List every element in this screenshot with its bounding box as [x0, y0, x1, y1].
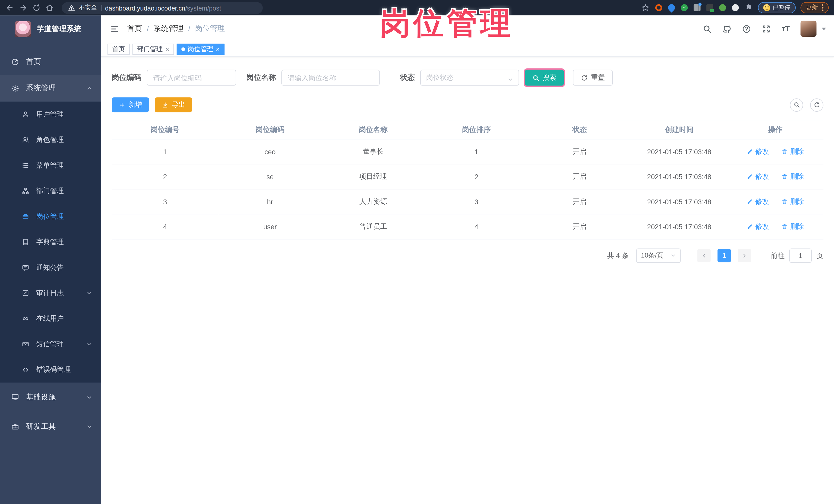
- close-icon[interactable]: ×: [216, 46, 220, 52]
- profile-paused-chip[interactable]: 已暂停: [758, 2, 796, 13]
- breadcrumb-separator: /: [147, 24, 149, 33]
- breadcrumb-home[interactable]: 首页: [127, 24, 142, 34]
- delete-link[interactable]: 删除: [782, 197, 804, 206]
- search-icon[interactable]: [702, 24, 711, 34]
- sidebar-item-部门管理[interactable]: 部门管理: [0, 178, 101, 204]
- extension-green-check[interactable]: [680, 4, 688, 12]
- cell-post-code: user: [218, 214, 322, 239]
- toggle-search-icon[interactable]: [790, 98, 803, 111]
- menu-item-label: 菜单管理: [36, 161, 64, 170]
- tab-label: 岗位管理: [188, 45, 213, 54]
- prev-page-button[interactable]: [698, 249, 711, 262]
- search-button[interactable]: 搜索: [525, 70, 564, 86]
- github-icon[interactable]: [722, 24, 731, 34]
- sidebar-item-用户管理[interactable]: 用户管理: [0, 102, 101, 127]
- forward-icon[interactable]: [19, 3, 28, 12]
- edit-link[interactable]: 修改: [747, 172, 769, 181]
- bookmark-star-icon[interactable]: [641, 3, 650, 12]
- cell-post-sort: 1: [425, 139, 528, 164]
- app-logo[interactable]: 芋道管理系统: [0, 16, 101, 43]
- goto-page-input[interactable]: [789, 248, 812, 263]
- sidebar-item-系统管理[interactable]: 系统管理: [0, 75, 101, 102]
- extension-puzzle[interactable]: [731, 4, 739, 12]
- trash-icon: [782, 174, 788, 180]
- security-label: 不安全: [79, 4, 97, 12]
- help-question-icon[interactable]: [742, 24, 751, 34]
- avatar: [800, 21, 816, 37]
- home-icon[interactable]: [45, 3, 54, 12]
- sidebar-item-岗位管理[interactable]: 岗位管理: [0, 204, 101, 229]
- export-button[interactable]: 导出: [155, 97, 192, 112]
- close-icon[interactable]: ×: [165, 46, 169, 52]
- edit-link[interactable]: 修改: [747, 147, 769, 156]
- user-menu[interactable]: [800, 21, 826, 37]
- font-size-icon[interactable]: тT: [781, 24, 790, 34]
- breadcrumb-system[interactable]: 系统管理: [154, 24, 183, 34]
- audit-icon: [22, 289, 29, 297]
- tools-icon: [11, 422, 19, 430]
- sidebar-item-基础设施[interactable]: 基础设施: [0, 382, 101, 412]
- sidebar-item-首页[interactable]: 首页: [0, 48, 101, 75]
- tab-岗位管理[interactable]: 岗位管理 ×: [177, 44, 225, 55]
- reset-button[interactable]: 重置: [573, 70, 613, 86]
- extension-green-dot[interactable]: [719, 4, 726, 12]
- table-row: 1 ceo 董事长 1 开启 2021-01-05 17:03:48 修改 删除: [112, 139, 823, 164]
- add-button[interactable]: 新增: [112, 97, 149, 112]
- sidebar-item-字典管理[interactable]: 字典管理: [0, 229, 101, 255]
- sidebar-item-角色管理[interactable]: 角色管理: [0, 127, 101, 153]
- tab-首页[interactable]: 首页: [108, 44, 130, 55]
- extensions-puzzle-icon[interactable]: [744, 3, 753, 12]
- hamburger-icon[interactable]: [110, 25, 119, 32]
- sidebar-item-短信管理[interactable]: 短信管理: [0, 331, 101, 357]
- reload-icon[interactable]: [32, 3, 41, 12]
- fullscreen-icon[interactable]: [761, 24, 771, 34]
- table-row: 2 se 项目经理 2 开启 2021-01-05 17:03:48 修改 删除: [112, 164, 823, 189]
- edit-link[interactable]: 修改: [747, 222, 769, 231]
- page-number-button[interactable]: 1: [718, 249, 731, 262]
- sidebar-item-研发工具[interactable]: 研发工具: [0, 412, 101, 441]
- status-select[interactable]: 岗位状态: [420, 70, 519, 86]
- address-bar[interactable]: 不安全 dashboard.yudao.iocoder.cn/system/po…: [62, 2, 263, 14]
- extension-orange-ring: [655, 4, 662, 11]
- cell-created-time: 2021-01-05 17:03:48: [631, 139, 727, 164]
- cell-created-time: 2021-01-05 17:03:48: [631, 189, 727, 214]
- extension-grey-bars[interactable]: [693, 4, 701, 12]
- edit-link[interactable]: 修改: [747, 197, 769, 206]
- url-path: /system/post: [185, 5, 221, 12]
- delete-link[interactable]: 删除: [782, 147, 804, 156]
- menu-item-label: 短信管理: [36, 339, 64, 349]
- goto-label: 前往: [771, 251, 785, 260]
- delete-link[interactable]: 删除: [782, 222, 804, 231]
- page-size-value: 10条/页: [641, 251, 663, 260]
- extension-green-dot: [719, 4, 726, 11]
- back-icon[interactable]: [5, 3, 14, 12]
- sidebar-item-菜单管理[interactable]: 菜单管理: [0, 153, 101, 178]
- extension-orange-ring[interactable]: [655, 4, 663, 12]
- sidebar-item-通知公告[interactable]: 通知公告: [0, 255, 101, 280]
- status-label: 状态: [400, 73, 415, 82]
- browser-menu-kebab-icon[interactable]: [822, 7, 823, 8]
- role-icon: [22, 136, 29, 144]
- logo-avatar-image: [15, 21, 31, 37]
- refresh-icon[interactable]: [810, 98, 824, 111]
- extension-dark-badge[interactable]: [706, 4, 714, 12]
- browser-update-button[interactable]: 更新: [800, 2, 829, 13]
- extension-blue-pin[interactable]: [667, 4, 675, 12]
- update-label: 更新: [806, 4, 818, 12]
- sidebar-item-在线用户[interactable]: 在线用户: [0, 306, 101, 331]
- sidebar-item-审计日志[interactable]: 审计日志: [0, 280, 101, 306]
- edit-icon: [747, 148, 753, 155]
- post-name-input[interactable]: [281, 70, 380, 86]
- security-warning-icon: [68, 4, 75, 11]
- menu-item-label: 基础设施: [26, 392, 56, 402]
- page-size-select[interactable]: 10条/页: [636, 248, 681, 263]
- delete-link[interactable]: 删除: [782, 172, 804, 181]
- cell-post-sort: 4: [425, 214, 528, 239]
- next-page-button[interactable]: [738, 249, 751, 262]
- sidebar-item-错误码管理[interactable]: 错误码管理: [0, 357, 101, 382]
- tab-部门管理[interactable]: 部门管理 ×: [132, 44, 174, 55]
- post-code-input[interactable]: [147, 70, 236, 86]
- cell-post-code: ceo: [218, 139, 322, 164]
- cell-post-id: 1: [112, 139, 218, 164]
- chevron-down-icon: [822, 27, 826, 30]
